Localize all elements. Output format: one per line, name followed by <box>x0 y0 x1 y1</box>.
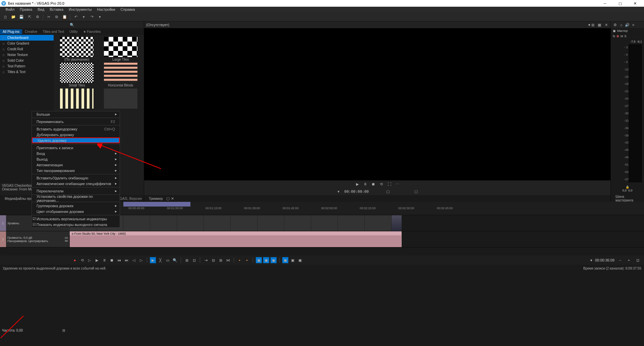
copy-icon[interactable]: ⧉ <box>54 14 59 20</box>
preset-vertical-blinds[interactable] <box>56 89 98 109</box>
preset-default[interactable]: (По умолчанию) <box>56 37 98 61</box>
cut-icon[interactable]: ✂ <box>46 14 51 20</box>
cm-switches[interactable]: Переключатели <box>32 188 120 194</box>
cm-automation[interactable]: Автоматизация <box>32 162 120 168</box>
lock-icon[interactable]: 🔒 <box>626 185 629 189</box>
cm-duplicate[interactable]: Дублировать дорожку <box>32 132 120 137</box>
selection-region[interactable] <box>123 202 190 207</box>
light-icon[interactable]: ☼ <box>619 22 624 27</box>
undo-drop-icon[interactable]: ▾ <box>81 14 86 20</box>
plugin-test-pattern[interactable]: ☆Test Pattern <box>0 63 54 69</box>
pause-button[interactable]: ⏸ <box>101 257 107 263</box>
mode-2-icon[interactable]: ▣ <box>263 257 269 263</box>
tab-utility[interactable]: Utility <box>67 29 80 34</box>
mode-6-icon[interactable]: ▣ <box>297 257 303 263</box>
lock-envelopes-icon[interactable]: ⊟ <box>210 257 216 263</box>
close-button[interactable]: ✕ <box>628 0 643 7</box>
toggle-a-icon[interactable]: ▪ <box>237 257 243 263</box>
go-end-button[interactable]: ⏭ <box>123 257 129 263</box>
rate-slider-icon[interactable]: ⊟ <box>62 329 65 332</box>
tab-creative[interactable]: Creative <box>22 29 40 34</box>
fx-gear-icon[interactable]: ✿ <box>617 35 619 38</box>
mode-3-icon[interactable]: ▣ <box>271 257 277 263</box>
zoom-in-icon[interactable]: + <box>626 257 632 263</box>
preview-close-icon[interactable]: ✕ <box>604 22 608 27</box>
pause-icon[interactable]: ⏸ <box>363 182 368 186</box>
menu-help[interactable]: Справка <box>118 7 138 13</box>
properties-icon[interactable]: ⚙ <box>35 14 40 20</box>
cm-more[interactable]: Больше <box>32 111 120 117</box>
panel-tab-trimmer[interactable]: Триммер <box>146 196 166 201</box>
mode-4-icon[interactable]: ▣ <box>282 257 288 263</box>
menu-insert[interactable]: Вставка <box>47 7 66 13</box>
record-button[interactable]: ● <box>72 257 78 263</box>
cm-show-output[interactable]: ☑Показать индикаторы выходного сигнала <box>32 222 120 227</box>
menu-settings[interactable]: Настройки <box>95 7 118 13</box>
zoom-tool[interactable]: 🔍 <box>172 257 178 263</box>
toggle-b-icon[interactable]: ▪ <box>244 257 250 263</box>
cm-use-vertical[interactable]: ☑Использовать вертикальные индикаторы <box>32 216 120 222</box>
cm-prepare-record[interactable]: Приготовить к записи <box>32 145 120 151</box>
go-start-button[interactable]: ⏮ <box>116 257 122 263</box>
next-frame-button[interactable]: ▷ <box>138 257 144 263</box>
plugin-color-gradient[interactable]: ☆Color Gradient <box>0 41 54 46</box>
menu-view[interactable]: Вид <box>35 7 47 13</box>
loop-playback-button[interactable]: ⟲ <box>79 257 85 263</box>
trimmer-close-icon[interactable]: ✕ <box>170 196 175 201</box>
search-icon[interactable]: 🔍 <box>70 23 74 27</box>
cm-set-default[interactable]: Установить свойства дорожки по умолчанию… <box>32 195 120 201</box>
mode-5-icon[interactable]: ▣ <box>290 257 296 263</box>
ignore-grouping-icon[interactable]: ⊞ <box>218 257 224 263</box>
zoom-out-icon[interactable]: − <box>617 257 623 263</box>
menu-tools[interactable]: Инструменты <box>66 7 95 13</box>
gear-icon[interactable]: ⚙ <box>613 22 618 27</box>
auto-ripple-icon[interactable]: ⇥ <box>203 257 209 263</box>
cm-pan-type[interactable]: Тип панорамирования <box>32 168 120 173</box>
maximize-button[interactable]: ▢ <box>612 0 628 7</box>
fx-label[interactable]: fx <box>613 35 615 38</box>
preview-overlay-icon[interactable]: ▦ <box>597 22 602 27</box>
normal-edit-tool[interactable]: ▶ <box>150 257 156 263</box>
preview-split-icon[interactable]: ⊞ <box>590 22 595 27</box>
cm-delete-track[interactable]: Удалить дорожку <box>32 137 120 143</box>
plugin-noise-texture[interactable]: ☆Noise Texture <box>0 52 54 58</box>
preset-small-tiles[interactable]: Small Tiles <box>56 63 98 87</box>
loop-start-icon[interactable]: ▢ <box>386 189 390 194</box>
cm-rename[interactable]: ПереименоватьF2 <box>32 119 120 124</box>
solo-button[interactable]: S <box>625 35 627 38</box>
trimmer-pin-icon[interactable]: ▢ <box>166 196 170 201</box>
plugin-credit-roll[interactable]: ☆Credit Roll <box>0 46 54 52</box>
minimize-button[interactable]: ─ <box>597 0 612 7</box>
loop-icon[interactable]: ⟲ <box>379 182 384 186</box>
tab-titles[interactable]: Titles and Text <box>40 29 67 34</box>
open-icon[interactable]: 📁 <box>11 14 16 20</box>
mute-button[interactable]: M <box>621 35 623 38</box>
render-icon[interactable]: ⇱ <box>27 14 32 20</box>
timeline-ruler[interactable]: 00:00:30:0000:00:45:0000:01:00:0000:01:1… <box>70 202 644 215</box>
audio-track-header[interactable]: 2 Громкость: 0,0 дБ Панорамиров. Центрир… <box>0 231 70 247</box>
play-from-start-button[interactable]: ▷ <box>86 257 93 263</box>
cm-group-tracks[interactable]: Группировка дорожек <box>32 203 120 209</box>
snap-icon[interactable]: ⊞ <box>184 257 190 263</box>
horizontal-scrollbar[interactable] <box>70 247 644 251</box>
tab-favorites[interactable]: ★ Favorites <box>80 29 104 34</box>
cm-input[interactable]: Вход <box>32 151 120 156</box>
preset-gray[interactable] <box>100 89 142 109</box>
cm-track-color[interactable]: Цвет отображения дорожки <box>32 209 120 214</box>
cm-output[interactable]: Выход <box>32 156 120 162</box>
sliders-icon[interactable]: ≡ <box>631 22 636 27</box>
undo-icon[interactable]: ↶ <box>73 14 78 20</box>
zoom-height-icon[interactable]: ⊡ <box>635 257 641 263</box>
preview-dropdown[interactable]: (Отсутствует) <box>146 23 169 27</box>
audio-clip[interactable]: e From Studio 50, New York City - 1965) <box>70 231 402 247</box>
prev-frame-button[interactable]: ◁ <box>131 257 137 263</box>
plugin-titles-text[interactable]: ☆Titles & Text <box>0 69 54 75</box>
cm-envelope[interactable]: Вставить/Удалить огибающую <box>32 175 120 181</box>
menu-edit[interactable]: Правка <box>17 7 35 13</box>
cm-insert-audio[interactable]: Вставить аудиодорожкуCtrl+Q <box>32 126 120 132</box>
envelope-tool[interactable]: ╳ <box>157 257 163 263</box>
selection-tool[interactable]: ▭ <box>165 257 171 263</box>
transport-timecode[interactable]: 00:00:36:09 <box>595 258 614 262</box>
quantize-icon[interactable]: ⊡ <box>191 257 197 263</box>
redo-icon[interactable]: ↷ <box>89 14 95 20</box>
